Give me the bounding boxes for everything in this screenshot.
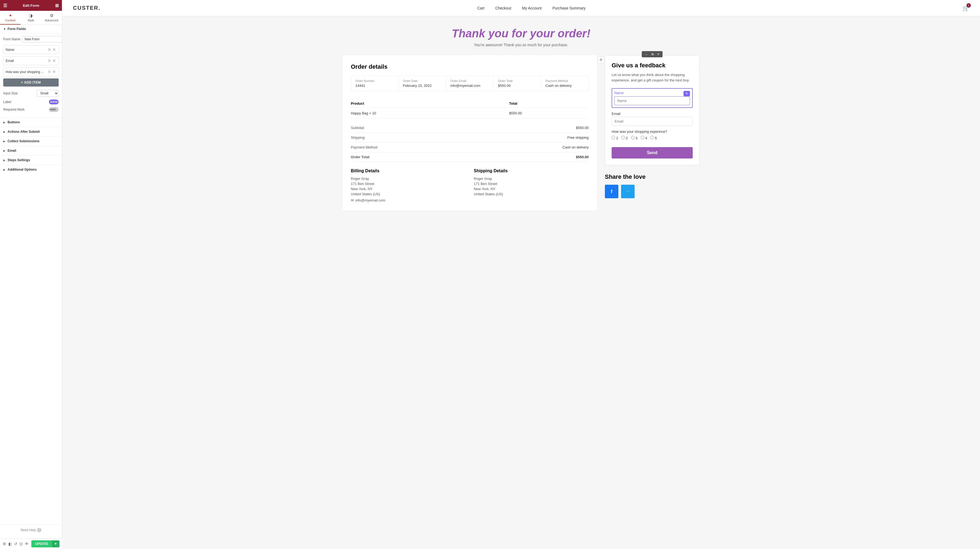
- summary-order-total: Order Total $550.00: [351, 152, 589, 162]
- radio-input-2[interactable]: [621, 136, 625, 139]
- actions-after-submit-header[interactable]: ▶ Actions After Submit: [0, 127, 62, 136]
- email-section-arrow: ▶: [3, 149, 5, 152]
- label-toggle[interactable]: SHOW: [49, 99, 59, 104]
- billing-title: Billing Details: [351, 169, 466, 173]
- buttons-section: ▶ Buttons: [0, 117, 62, 127]
- feedback-desc: Let us know what you think about the sho…: [612, 72, 693, 83]
- menu-icon[interactable]: ☰: [3, 3, 7, 8]
- email-section-header[interactable]: ▶ Email: [0, 146, 62, 155]
- radio-input-1[interactable]: [612, 136, 615, 139]
- facebook-button[interactable]: f: [605, 185, 618, 198]
- order-summary: Subtotal: $550.00 Shipping: Free shippin…: [351, 123, 589, 162]
- additional-options-header[interactable]: ▶ Additional Options: [0, 165, 62, 174]
- radio-input-4[interactable]: [641, 136, 644, 139]
- field-remove-btn-email[interactable]: ✕: [52, 58, 56, 63]
- label-label: Label: [3, 100, 49, 104]
- history-icon[interactable]: ↺: [14, 542, 17, 546]
- order-details-title: Order details: [351, 63, 589, 70]
- need-help-footer[interactable]: Need Help ?: [0, 524, 62, 535]
- label-toggle-text: SHOW: [50, 101, 57, 103]
- eye-icon[interactable]: 👁: [25, 542, 29, 546]
- field-copy-btn-email[interactable]: ⎘: [48, 58, 51, 63]
- form-fields-section-header[interactable]: ▼ Form Fields: [0, 25, 62, 33]
- add-item-button[interactable]: + ADD ITEM: [3, 78, 59, 86]
- nav-checkout[interactable]: Checkout: [495, 6, 511, 10]
- billing-email: ✉ info@myemail.com: [351, 198, 466, 202]
- share-love-title: Share the love: [605, 173, 700, 180]
- nav-links: Cart Checkout My Account Purchase Summar…: [477, 6, 585, 10]
- summary-shipping: Shipping: Free shipping: [351, 133, 589, 142]
- content-grid: Order details Order Number 14441 Order D…: [343, 55, 700, 211]
- update-arrow-button[interactable]: ▼: [52, 540, 59, 547]
- radio-4[interactable]: 4: [641, 136, 647, 140]
- radio-1[interactable]: 1: [612, 136, 618, 140]
- field-remove-btn-name[interactable]: ✕: [52, 47, 56, 52]
- shipping-title: Shipping Details: [474, 169, 589, 173]
- label-row: Label SHOW: [3, 99, 59, 104]
- nav-cart[interactable]: Cart: [477, 6, 484, 10]
- cart-badge: 0: [966, 3, 971, 8]
- feedback-settings-btn[interactable]: ⚙: [598, 56, 605, 63]
- required-mark-toggle-text: HIDE: [50, 108, 56, 111]
- advanced-tab-icon: ⚙: [50, 13, 54, 18]
- steps-settings-section: ▶ Steps Settings: [0, 155, 62, 165]
- order-meta-number: Order Number 14441: [351, 76, 399, 91]
- tab-style[interactable]: ◑ Style: [21, 11, 41, 25]
- product-name: Happy Bag × 10: [351, 108, 509, 119]
- thank-you-subtitle: You're awesome! Thank you so much for yo…: [343, 43, 700, 47]
- field-copy-btn-shopping[interactable]: ⎘: [48, 69, 51, 74]
- order-meta: Order Number 14441 Order Date February 1…: [351, 76, 589, 91]
- required-mark-toggle[interactable]: HIDE: [49, 107, 59, 112]
- buttons-section-header[interactable]: ▶ Buttons: [0, 118, 62, 127]
- field-label-email: Email: [6, 59, 48, 63]
- actions-after-submit-section: ▶ Actions After Submit: [0, 127, 62, 136]
- radio-3[interactable]: 3: [631, 136, 638, 140]
- twitter-button[interactable]: 🐦: [621, 185, 635, 198]
- radio-group: 1 2 3 4 5: [612, 136, 693, 141]
- email-section: ▶ Email: [0, 146, 62, 155]
- feedback-close-btn[interactable]: ✕: [656, 52, 660, 56]
- nav-my-account[interactable]: My Account: [522, 6, 542, 10]
- edit-name-field-btn[interactable]: ✎: [684, 91, 690, 96]
- facebook-icon: f: [611, 189, 612, 195]
- steps-settings-arrow: ▶: [3, 159, 5, 162]
- field-actions-name: ⎘ ✕: [48, 47, 56, 52]
- radio-input-5[interactable]: [650, 136, 654, 139]
- radio-5[interactable]: 5: [650, 136, 657, 140]
- feedback-edit-btn[interactable]: ⊞: [650, 52, 655, 56]
- form-fields-arrow: ▼: [3, 27, 6, 30]
- collect-submissions-label: Collect Submissions: [8, 139, 40, 143]
- sidebar-title: Edit Form: [23, 3, 40, 8]
- product-total: $550.00: [509, 108, 589, 119]
- input-size-select[interactable]: Small Medium Large: [37, 90, 59, 97]
- send-button[interactable]: Send: [612, 147, 693, 158]
- collect-submissions-arrow: ▶: [3, 140, 5, 143]
- feedback-move-btn[interactable]: ↔: [644, 52, 649, 56]
- update-button[interactable]: UPDATE: [31, 540, 52, 547]
- field-remove-btn-shopping[interactable]: ✕: [52, 69, 56, 74]
- additional-options-arrow: ▶: [3, 168, 5, 171]
- form-fields-content: Form Name Name ⎘ ✕ Email ⎘ ✕ How was you…: [0, 33, 62, 117]
- tab-content[interactable]: ✦ Content: [0, 11, 21, 25]
- field-row-name: Name ⎘ ✕: [3, 45, 59, 54]
- feedback-name-label: Name ✎: [614, 91, 690, 95]
- buttons-label: Buttons: [8, 120, 20, 124]
- collect-submissions-header[interactable]: ▶ Collect Submissions: [0, 137, 62, 146]
- rating-question: How was your shopping experince?: [612, 129, 693, 134]
- grid-icon[interactable]: ⊞: [55, 3, 59, 8]
- feedback-name-input[interactable]: [614, 96, 690, 105]
- feedback-card: ↔ ⊞ ✕ ⚙ Give us a feedback Let us know w…: [605, 55, 700, 165]
- form-name-input[interactable]: [22, 36, 62, 43]
- nav-purchase-summary[interactable]: Purchase Summary: [552, 6, 585, 10]
- steps-settings-header[interactable]: ▶ Steps Settings: [0, 155, 62, 165]
- settings-icon[interactable]: ⚙: [3, 542, 6, 546]
- feedback-email-input[interactable]: [612, 117, 693, 126]
- radio-input-3[interactable]: [631, 136, 635, 139]
- field-row-email: Email ⎘ ✕: [3, 56, 59, 65]
- field-copy-btn-name[interactable]: ⎘: [48, 47, 51, 52]
- layers-icon[interactable]: ◧: [8, 542, 12, 546]
- radio-2[interactable]: 2: [621, 136, 628, 140]
- tab-advanced[interactable]: ⚙ Advanced: [41, 11, 62, 25]
- cart-icon-wrapper[interactable]: 🛒 0: [963, 5, 969, 11]
- responsive-icon[interactable]: ⊡: [19, 542, 23, 546]
